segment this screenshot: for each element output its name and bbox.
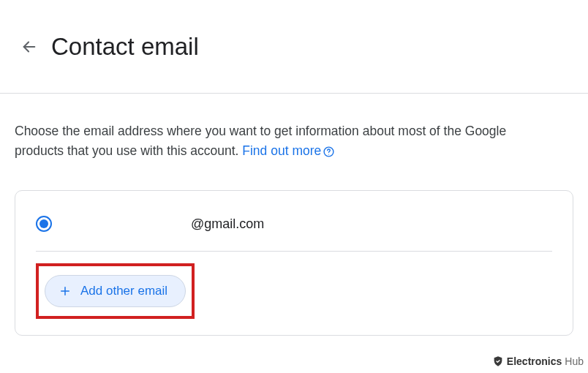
watermark-brand2: Hub <box>565 355 584 367</box>
shield-check-icon <box>492 355 504 367</box>
radio-selected[interactable] <box>36 216 52 232</box>
arrow-left-icon <box>21 39 37 55</box>
watermark-brand1: Electronics <box>507 355 562 367</box>
highlight-annotation: Add other email <box>36 263 195 319</box>
watermark: Electronics Hub <box>492 355 584 367</box>
email-value: @gmail.com <box>191 216 264 232</box>
email-options-card: @gmail.com Add other email <box>15 190 573 336</box>
radio-inner-dot <box>39 219 48 228</box>
find-out-more-link[interactable]: Find out more <box>242 143 335 158</box>
email-option-row[interactable]: @gmail.com <box>36 201 552 252</box>
page-header: Contact email <box>0 0 588 94</box>
content-area: Choose the email address where you want … <box>0 94 588 336</box>
back-button[interactable] <box>15 32 44 61</box>
add-button-label: Add other email <box>80 284 167 298</box>
plus-icon <box>59 285 72 298</box>
page-title: Contact email <box>51 33 199 61</box>
description-text: Choose the email address where you want … <box>15 121 541 161</box>
add-other-email-button[interactable]: Add other email <box>45 275 186 307</box>
help-icon <box>323 146 335 158</box>
svg-point-2 <box>328 154 329 154</box>
